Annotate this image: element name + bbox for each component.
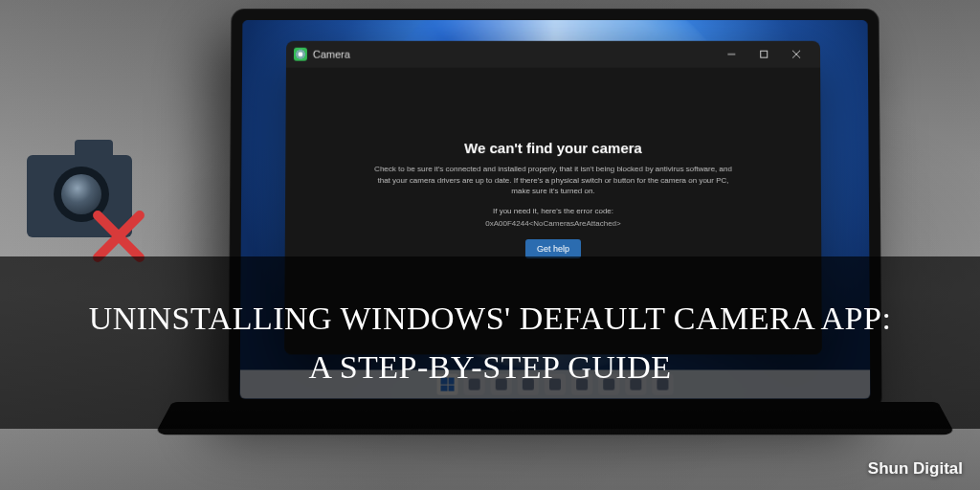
caption-overlay: UNINSTALLING WINDOWS' DEFAULT CAMERA APP…	[0, 256, 980, 429]
svg-rect-0	[761, 51, 768, 57]
camera-icon-lens	[61, 174, 101, 214]
camera-app-title: Camera	[313, 49, 350, 60]
camera-app-icon	[294, 48, 307, 61]
card-title-line2: A STEP-BY-STEP GUIDE	[308, 349, 671, 385]
maximize-button[interactable]	[747, 41, 780, 68]
minimize-button[interactable]	[715, 41, 747, 68]
card-title-line1: UNINSTALLING WINDOWS' DEFAULT CAMERA APP…	[89, 301, 892, 336]
card-title: UNINSTALLING WINDOWS' DEFAULT CAMERA APP…	[89, 294, 892, 391]
minimize-icon	[726, 50, 736, 59]
get-help-button[interactable]: Get help	[525, 239, 581, 258]
close-icon	[791, 50, 801, 59]
camera-error-panel: We can't find your camera Check to be su…	[371, 140, 735, 258]
watermark: Shun Digital	[868, 459, 963, 479]
camera-error-body: Check to be sure it's connected and inst…	[371, 164, 735, 197]
promo-card: Camera We can't	[0, 0, 980, 490]
camera-error-heading: We can't find your camera	[371, 140, 735, 156]
camera-app-titlebar[interactable]: Camera	[286, 41, 820, 68]
camera-error-hint: If you need it, here's the error code:	[371, 207, 735, 215]
camera-error-code: 0xA00F4244<NoCamerasAreAttached>	[371, 219, 735, 228]
close-button[interactable]	[780, 41, 813, 68]
maximize-icon	[759, 50, 768, 59]
